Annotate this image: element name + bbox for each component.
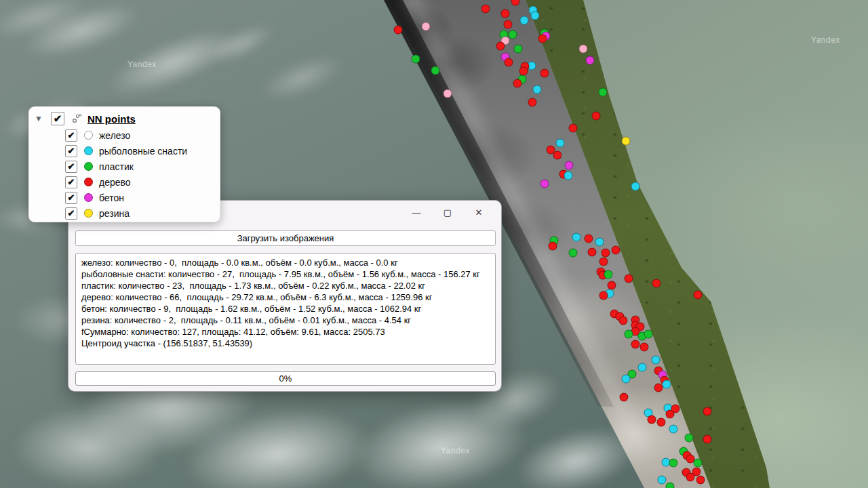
map-marker-wood[interactable] (511, 0, 520, 6)
map-marker-fishing-gear[interactable] (652, 356, 660, 365)
map-marker-fishing-gear[interactable] (638, 363, 647, 372)
legend-item-label: дерево (99, 177, 131, 188)
map-marker-wood[interactable] (625, 274, 633, 283)
legend-item: ✔пластик (29, 159, 220, 174)
map-marker-wood[interactable] (569, 124, 578, 133)
maximize-button[interactable]: ▢ (432, 203, 463, 221)
map-marker-wood[interactable] (496, 42, 505, 51)
map-marker-wood[interactable] (666, 410, 675, 419)
map-marker-wood[interactable] (657, 418, 666, 427)
legend-item-checkbox[interactable]: ✔ (65, 129, 77, 142)
map-marker-wood[interactable] (703, 435, 712, 444)
map-marker-plastic[interactable] (604, 270, 613, 279)
map-marker-wood[interactable] (601, 249, 610, 258)
map-marker-plastic[interactable] (569, 249, 578, 258)
stats-line: рыболовные снасти: количество - 27, площ… (81, 268, 490, 280)
map-marker-rubber[interactable] (622, 137, 631, 146)
map-marker-plastic[interactable] (644, 330, 653, 339)
map-marker-pink[interactable] (422, 22, 431, 31)
map-marker-fishing-gear[interactable] (520, 16, 529, 25)
layer-checkbox[interactable]: ✔ (51, 112, 64, 125)
load-images-button[interactable]: Загрузить изображения (75, 230, 496, 246)
legend-item-checkbox[interactable]: ✔ (65, 161, 77, 173)
map-marker-concrete[interactable] (540, 180, 549, 188)
map-marker-fishing-gear[interactable] (595, 238, 604, 247)
map-marker-wood[interactable] (528, 98, 537, 107)
map-marker-wood[interactable] (504, 20, 513, 29)
map-marker-wood[interactable] (519, 67, 528, 76)
map-marker-wood[interactable] (585, 235, 593, 243)
map-marker-fishing-gear[interactable] (531, 12, 540, 20)
map-marker-wood[interactable] (648, 415, 656, 424)
map-marker-fishing-gear[interactable] (631, 182, 640, 191)
category-color-swatch (84, 193, 93, 202)
legend-item: ✔дерево (29, 174, 220, 190)
map-marker-concrete[interactable] (565, 161, 574, 170)
map-marker-fishing-gear[interactable] (669, 425, 678, 434)
map-marker-wood[interactable] (538, 35, 547, 43)
map-marker-plastic[interactable] (685, 434, 694, 443)
map-marker-pink[interactable] (579, 45, 588, 54)
minimize-button[interactable]: — (401, 203, 432, 221)
stats-text-area[interactable]: железо: количество - 0, площадь - 0.0 кв… (75, 253, 496, 365)
legend-item-label: резина (99, 208, 130, 219)
map-marker-wood[interactable] (505, 58, 513, 67)
map-marker-wood[interactable] (631, 340, 640, 349)
map-marker-fishing-gear[interactable] (564, 171, 573, 180)
map-marker-wood[interactable] (481, 5, 490, 14)
legend-item-checkbox[interactable]: ✔ (65, 207, 77, 220)
map-marker-wood[interactable] (696, 476, 705, 485)
map-marker-plastic[interactable] (431, 66, 440, 75)
map-marker-wood[interactable] (640, 343, 649, 352)
map-marker-fishing-gear[interactable] (556, 139, 565, 148)
map-marker-pink[interactable] (443, 89, 452, 98)
map-marker-plastic[interactable] (625, 330, 633, 339)
map-marker-wood[interactable] (501, 9, 510, 18)
map-marker-wood[interactable] (540, 69, 549, 78)
close-button[interactable]: ✕ (463, 203, 494, 221)
map-marker-plastic[interactable] (666, 483, 675, 488)
yandex-watermark: Yandex (127, 60, 157, 69)
map-marker-wood[interactable] (652, 279, 661, 288)
map-marker-fishing-gear[interactable] (622, 375, 631, 384)
map-marker-wood[interactable] (588, 248, 597, 257)
map-marker-plastic[interactable] (514, 45, 523, 54)
collapse-arrow-icon[interactable]: ▼ (35, 115, 44, 123)
legend-header: ▼ ✔ NN points (29, 107, 220, 127)
map-marker-wood[interactable] (694, 291, 703, 300)
category-color-swatch (84, 178, 93, 186)
map-marker-wood[interactable] (599, 258, 608, 266)
map-marker-wood[interactable] (686, 473, 695, 482)
screen: YandexYandexYandex ▼ ✔ NN points ✔железо… (0, 0, 868, 488)
map-marker-fishing-gear[interactable] (658, 476, 667, 485)
map-marker-wood[interactable] (599, 291, 608, 300)
map-marker-fishing-gear[interactable] (572, 233, 581, 242)
map-marker-plastic[interactable] (669, 459, 678, 468)
map-marker-wood[interactable] (612, 246, 620, 255)
legend-item-checkbox[interactable]: ✔ (65, 192, 77, 204)
map-marker-plastic[interactable] (509, 30, 517, 39)
legend-item-list: ✔железо✔рыболовные снасти✔пластик✔дерево… (29, 127, 220, 221)
yandex-watermark: Yandex (441, 446, 470, 455)
map-marker-plastic[interactable] (412, 55, 420, 64)
scatter-dots-icon (71, 114, 82, 124)
map-marker-wood[interactable] (620, 393, 629, 402)
legend-item-checkbox[interactable]: ✔ (65, 145, 77, 157)
map-marker-fishing-gear[interactable] (663, 380, 671, 389)
map-marker-wood[interactable] (654, 384, 663, 392)
legend-item-checkbox[interactable]: ✔ (65, 176, 77, 188)
map-marker-wood[interactable] (394, 26, 403, 35)
map-marker-plastic[interactable] (694, 459, 703, 468)
map-marker-wood[interactable] (513, 79, 522, 88)
stats-line: Центроид участка - (156.51837, 51.43539) (81, 338, 490, 349)
category-color-swatch (84, 146, 93, 155)
map-marker-wood[interactable] (619, 317, 628, 325)
map-marker-wood[interactable] (592, 112, 601, 121)
map-marker-wood[interactable] (553, 151, 562, 160)
map-marker-concrete[interactable] (586, 56, 595, 65)
stats-line: бетон: количество - 9, площадь - 1.62 кв… (81, 303, 490, 314)
map-marker-plastic[interactable] (599, 88, 608, 97)
map-marker-fishing-gear[interactable] (533, 85, 542, 94)
map-marker-wood[interactable] (549, 242, 557, 251)
map-marker-wood[interactable] (703, 407, 712, 416)
